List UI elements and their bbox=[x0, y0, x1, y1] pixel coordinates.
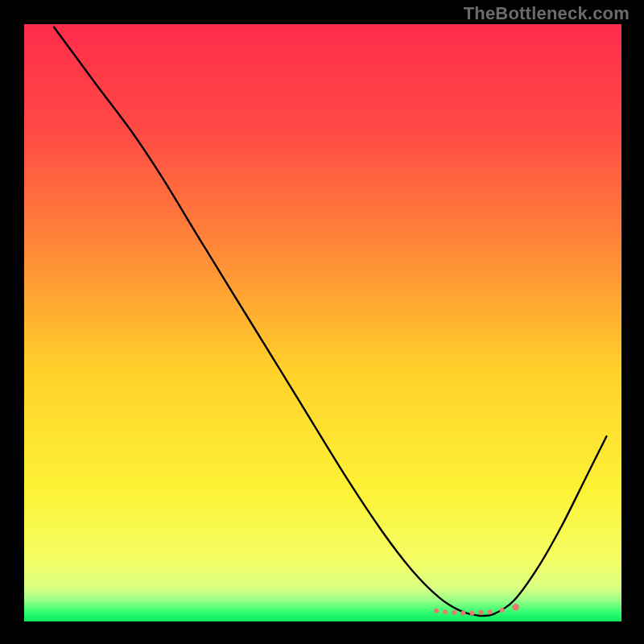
data-marker bbox=[500, 608, 505, 613]
data-marker bbox=[460, 611, 465, 616]
chart-stage: TheBottleneck.com bbox=[0, 0, 644, 644]
data-marker bbox=[434, 609, 439, 613]
data-marker bbox=[479, 610, 484, 615]
plot-background bbox=[24, 24, 621, 621]
data-marker bbox=[512, 604, 518, 610]
data-marker bbox=[452, 610, 456, 615]
data-marker bbox=[470, 611, 475, 616]
data-marker bbox=[443, 609, 448, 614]
data-marker bbox=[488, 609, 493, 614]
bottleneck-chart bbox=[0, 0, 644, 644]
